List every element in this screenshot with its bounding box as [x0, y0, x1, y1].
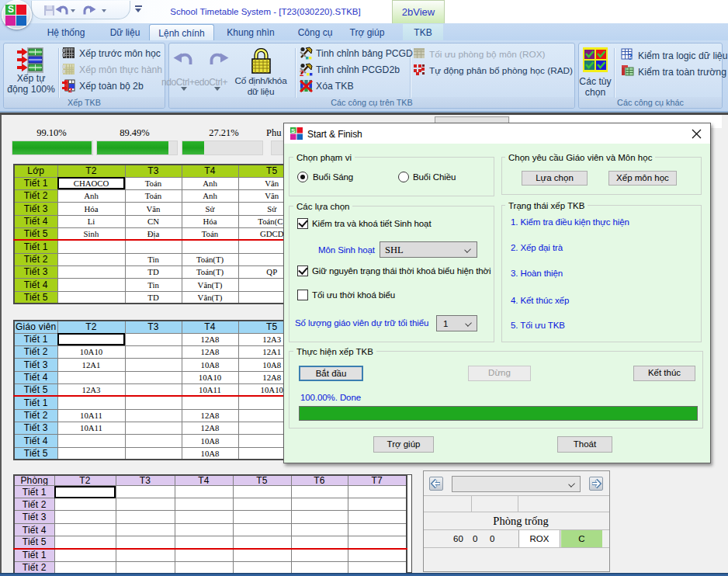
svg-text:?: ? [628, 51, 633, 61]
svg-text:S: S [291, 127, 296, 134]
svg-text:2: 2 [300, 68, 304, 76]
svg-text:2: 2 [68, 86, 72, 92]
